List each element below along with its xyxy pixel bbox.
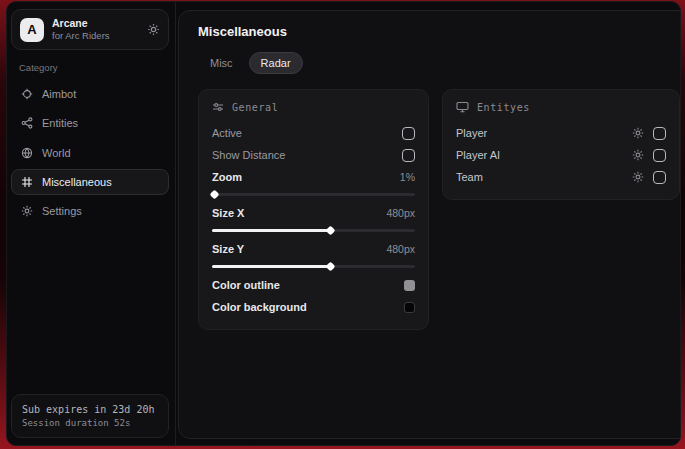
tab-bar: Misc Radar [198,52,680,74]
size-x-slider[interactable] [212,225,415,235]
sidebar-item-entities[interactable]: Entities [11,110,169,136]
sidebar-item-label: Aimbot [42,87,76,101]
page-title: Miscellaneous [198,24,680,39]
main-area: Miscellaneous Misc Radar General [176,2,681,445]
setting-label: Zoom [212,171,242,183]
tune-icon [212,101,224,113]
setting-label: Color background [212,301,307,313]
setting-label: Size X [212,207,244,219]
color-outline-swatch[interactable] [404,280,415,291]
size-y-value: 480px [386,243,415,255]
slider-fill [212,229,330,232]
setting-row-size-y: Size Y 480px [212,238,415,260]
sidebar-item-world[interactable]: World [11,140,169,166]
setting-row-show-distance: Show Distance [212,144,415,166]
entities-card-header: Entityes [456,101,666,113]
app-header-card: A Arcane for Arc Riders [11,9,169,50]
size-x-value: 480px [386,207,415,219]
entity-label: Player AI [456,149,500,161]
setting-row-color-background: Color background [212,296,415,318]
gear-icon[interactable] [147,23,160,36]
player-checkbox[interactable] [653,127,666,140]
zoom-value: 1% [400,171,415,183]
sidebar-item-label: Settings [42,204,82,218]
team-checkbox[interactable] [653,171,666,184]
gear-icon[interactable] [632,149,644,161]
setting-row-color-outline: Color outline [212,274,415,296]
sidebar-item-aimbot[interactable]: Aimbot [11,81,169,107]
cards-row: General Active Show Distance Zoom 1% [198,89,680,330]
player-ai-checkbox[interactable] [653,149,666,162]
setting-label: Color outline [212,279,280,291]
app-name: Arcane [52,17,139,30]
sidebar: A Arcane for Arc Riders Category [7,2,176,445]
setting-label: Active [212,127,242,139]
gear-icon[interactable] [632,171,644,183]
sidebar-item-miscellaneous[interactable]: Miscellaneous [11,169,169,195]
setting-label: Show Distance [212,149,285,161]
entity-row-player-ai: Player AI [456,144,666,166]
tab-misc[interactable]: Misc [198,52,245,74]
app-subtitle: for Arc Riders [52,30,139,42]
sidebar-item-label: Entities [42,116,78,130]
slider-thumb[interactable] [325,226,335,236]
gear-icon [21,205,33,217]
entity-row-team: Team [456,166,666,188]
setting-row-size-x: Size X 480px [212,202,415,224]
sub-expiry-text: Sub expires in 23d 20h [22,402,158,417]
monitor-icon [456,101,469,113]
entity-row-player: Player [456,122,666,144]
general-card-header: General [212,101,415,113]
setting-row-active: Active [212,122,415,144]
app-window: A Arcane for Arc Riders Category [6,1,681,446]
app-logo: A [20,18,44,42]
slider-track [212,193,415,196]
app-meta: Arcane for Arc Riders [52,17,139,42]
slider-thumb[interactable] [325,262,335,272]
sidebar-item-label: World [42,146,71,160]
active-checkbox[interactable] [402,127,415,140]
entity-controls [632,171,666,184]
zoom-slider[interactable] [212,189,415,199]
grid-icon [21,176,33,188]
show-distance-checkbox[interactable] [402,149,415,162]
entities-card-title: Entityes [477,102,530,113]
sidebar-item-label: Miscellaneous [42,175,112,189]
setting-row-zoom: Zoom 1% [212,166,415,188]
sidebar-nav: Aimbot Entities World [11,81,169,224]
category-label: Category [19,62,169,73]
size-y-slider[interactable] [212,261,415,271]
slider-fill [212,265,330,268]
entity-label: Player [456,127,487,139]
general-card: General Active Show Distance Zoom 1% [198,89,429,330]
slider-thumb[interactable] [210,190,220,200]
tab-radar[interactable]: Radar [249,52,303,74]
sidebar-item-settings[interactable]: Settings [11,198,169,224]
globe-icon [21,147,33,159]
general-card-title: General [232,102,278,113]
gear-icon[interactable] [632,127,644,139]
color-background-swatch[interactable] [404,302,415,313]
subscription-card: Sub expires in 23d 20h Session duration … [11,394,169,438]
main-panel: Miscellaneous Misc Radar General [178,10,681,439]
entity-label: Team [456,171,483,183]
crosshair-icon [21,88,33,100]
entity-controls [632,149,666,162]
entities-card: Entityes Player [442,89,680,200]
entities-icon [21,117,33,129]
entity-controls [632,127,666,140]
setting-label: Size Y [212,243,244,255]
session-duration-text: Session duration 52s [22,417,158,430]
